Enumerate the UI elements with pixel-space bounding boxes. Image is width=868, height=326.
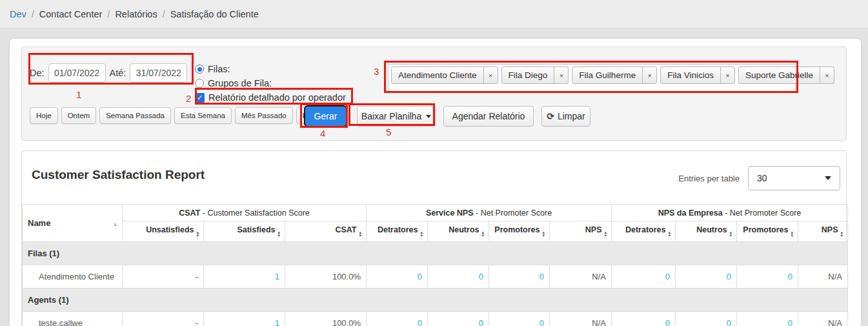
queue-chip: Fila Diego × bbox=[501, 66, 569, 84]
limpar-button[interactable]: ⟳ Limpar bbox=[541, 106, 590, 127]
name-header-label: Name bbox=[28, 218, 50, 228]
radio-unchecked-icon bbox=[195, 79, 204, 88]
sort-icon: ▴▾ bbox=[420, 231, 423, 238]
sort-icon: ▴▾ bbox=[791, 231, 793, 238]
column-header-csat[interactable]: CSAT▴▾ bbox=[285, 221, 367, 242]
breadcrumb-item-satisfacao: Satisfação do Cliente bbox=[170, 9, 259, 19]
cell-satisfieds-link[interactable]: 1 bbox=[204, 265, 285, 289]
cell-promotores-link[interactable]: 0 bbox=[489, 312, 550, 326]
queue-chip-label: Atendimento Cliente bbox=[392, 67, 483, 83]
report-title: Customer Satisfaction Report bbox=[32, 168, 205, 182]
remove-chip-icon[interactable]: × bbox=[483, 67, 498, 83]
cell-satisfieds-link[interactable]: 1 bbox=[204, 312, 285, 326]
breadcrumb-item-relatorios[interactable]: Relatórios bbox=[115, 9, 157, 19]
detailed-report-checkbox[interactable]: ✓ Relatório detalhado por operador bbox=[195, 90, 346, 105]
radio-checked-icon bbox=[195, 65, 204, 74]
cell-detratores-link[interactable]: 0 bbox=[367, 265, 428, 289]
sort-asc-icon: ▴ bbox=[114, 219, 117, 227]
cell-promotores-link[interactable]: 0 bbox=[489, 265, 550, 289]
agendar-relatorio-button[interactable]: Agendar Relatório bbox=[443, 106, 534, 127]
column-header-promotores-2[interactable]: Promotores▴▾ bbox=[737, 221, 798, 242]
entries-per-table-group: Entries per table 30 bbox=[678, 166, 840, 190]
hoje-button[interactable]: Hoje bbox=[30, 107, 58, 124]
name-column-header[interactable]: Name ▴ bbox=[23, 205, 123, 242]
section-row-filas: Filas (1) bbox=[23, 242, 848, 265]
filas-radio-label: Filas: bbox=[208, 64, 230, 74]
caret-down-icon bbox=[426, 115, 431, 118]
cell-nps: N/A bbox=[798, 265, 848, 289]
cell-promotores-link[interactable]: 0 bbox=[737, 312, 798, 326]
cell-unsatisfieds: - bbox=[123, 312, 204, 326]
column-header-neutros-1[interactable]: Neutros▴▾ bbox=[428, 221, 489, 242]
remove-chip-icon[interactable]: × bbox=[720, 67, 734, 83]
remove-chip-icon[interactable]: × bbox=[642, 67, 656, 83]
cell-unsatisfieds: - bbox=[123, 265, 204, 289]
sort-icon: ▴▾ bbox=[840, 231, 843, 238]
sort-icon: ▴▾ bbox=[359, 231, 361, 238]
column-header-unsatisfieds[interactable]: Unsatisfieds▴▾ bbox=[123, 221, 204, 242]
quick-range-buttons: Hoje Ontem Semana Passada Esta Semana Mê… bbox=[30, 107, 343, 124]
queue-chip-label: Suporte Gabrielle bbox=[739, 67, 820, 83]
cell-neutros-link[interactable]: 0 bbox=[428, 312, 489, 326]
breadcrumb-separator: / bbox=[107, 9, 110, 19]
entries-per-table-label: Entries per table bbox=[678, 174, 740, 183]
cell-detratores-link[interactable]: 0 bbox=[612, 312, 676, 326]
cell-neutros-link[interactable]: 0 bbox=[676, 312, 737, 326]
semana-passada-button[interactable]: Semana Passada bbox=[99, 107, 171, 124]
column-header-detratores-1[interactable]: Detratores▴▾ bbox=[367, 221, 428, 242]
cell-detratores-link[interactable]: 0 bbox=[367, 312, 428, 326]
column-header-nps-1[interactable]: NPS▴▾ bbox=[550, 221, 612, 242]
queue-chip-label: Fila Diego bbox=[502, 67, 554, 83]
date-to-label: Até: bbox=[110, 68, 126, 78]
cell-neutros-link[interactable]: 0 bbox=[428, 265, 489, 289]
service-nps-group-header: Service NPS - Net Promoter Score bbox=[367, 205, 612, 221]
nps-empresa-group-header: NPS da Empresa - Net Promoter Score bbox=[612, 205, 848, 221]
column-header-neutros-2[interactable]: Neutros▴▾ bbox=[676, 221, 737, 242]
column-header-satisfieds[interactable]: Satisfieds▴▾ bbox=[204, 221, 285, 242]
report-panel: Customer Satisfaction Report Entries per… bbox=[21, 150, 847, 326]
cell-promotores-link[interactable]: 0 bbox=[737, 265, 798, 289]
cell-detratores-link[interactable]: 0 bbox=[612, 265, 676, 289]
cell-nps: N/A bbox=[550, 312, 612, 326]
csat-group-header: CSAT - Customer Satisfaction Score bbox=[123, 205, 367, 221]
breadcrumb: Dev / Contact Center / Relatórios / Sati… bbox=[0, 0, 868, 28]
remove-chip-icon[interactable]: × bbox=[820, 67, 834, 83]
table-subheader-row: Unsatisfieds▴▾ Satisfieds▴▾ CSAT▴▾ Detra… bbox=[23, 221, 848, 242]
detailed-report-checkbox-label: Relatório detalhado por operador bbox=[208, 92, 346, 103]
baixar-planilha-button[interactable]: Baixar Planilha bbox=[357, 106, 436, 127]
date-from-input[interactable] bbox=[48, 63, 106, 83]
queue-chip-label: Fila Vinicios bbox=[661, 67, 720, 83]
ontem-button[interactable]: Ontem bbox=[61, 107, 97, 124]
grupos-de-fila-radio[interactable]: Grupos de Fila: bbox=[195, 76, 346, 90]
breadcrumb-item-contact-center[interactable]: Contact Center bbox=[39, 9, 103, 19]
cell-neutros-link[interactable]: 0 bbox=[676, 265, 737, 289]
cell-nps: N/A bbox=[798, 312, 848, 326]
mes-passado-button[interactable]: Mês Passado bbox=[235, 107, 293, 124]
date-to-input[interactable] bbox=[130, 63, 187, 83]
column-header-nps-2[interactable]: NPS▴▾ bbox=[798, 221, 848, 242]
entries-per-table-value: 30 bbox=[757, 173, 767, 183]
column-header-promotores-1[interactable]: Promotores▴▾ bbox=[489, 221, 550, 242]
table-row-teste-callwe: teste.callwe - 1 100.0% 0 0 0 N/A 0 0 0 … bbox=[23, 312, 848, 326]
sort-icon: ▴▾ bbox=[604, 231, 607, 238]
queue-chip: Fila Guilherme × bbox=[572, 66, 657, 84]
breadcrumb-link-dev[interactable]: Dev bbox=[10, 9, 26, 19]
sort-icon: ▴▾ bbox=[196, 231, 199, 238]
remove-chip-icon[interactable]: × bbox=[554, 67, 568, 83]
sort-icon: ▴▾ bbox=[668, 231, 671, 238]
column-header-detratores-2[interactable]: Detratores▴▾ bbox=[612, 221, 676, 242]
esta-semana-button[interactable]: Esta Semana bbox=[174, 107, 232, 124]
queue-chip: Fila Vinicios × bbox=[660, 66, 735, 84]
filter-panel: De: Até: Filas: Grupos de Fila: ✓ Relató… bbox=[21, 46, 847, 141]
table-group-header-row: Name ▴ CSAT - Customer Satisfaction Scor… bbox=[23, 205, 848, 221]
checkmark-icon: ✓ bbox=[197, 94, 203, 101]
cell-csat: 100.0% bbox=[285, 265, 367, 289]
baixar-planilha-label: Baixar Planilha bbox=[361, 111, 421, 121]
queues-multiselect-input[interactable]: Atendimento Cliente × Fila Diego × Fila … bbox=[388, 64, 796, 92]
breadcrumb-separator: / bbox=[32, 9, 34, 19]
cell-nps: N/A bbox=[550, 265, 612, 289]
filas-radio[interactable]: Filas: bbox=[195, 62, 346, 76]
gerar-button[interactable]: Gerar bbox=[304, 105, 347, 127]
entries-per-table-select[interactable]: 30 bbox=[748, 166, 840, 190]
date-range-group: De: Até: bbox=[30, 63, 187, 83]
